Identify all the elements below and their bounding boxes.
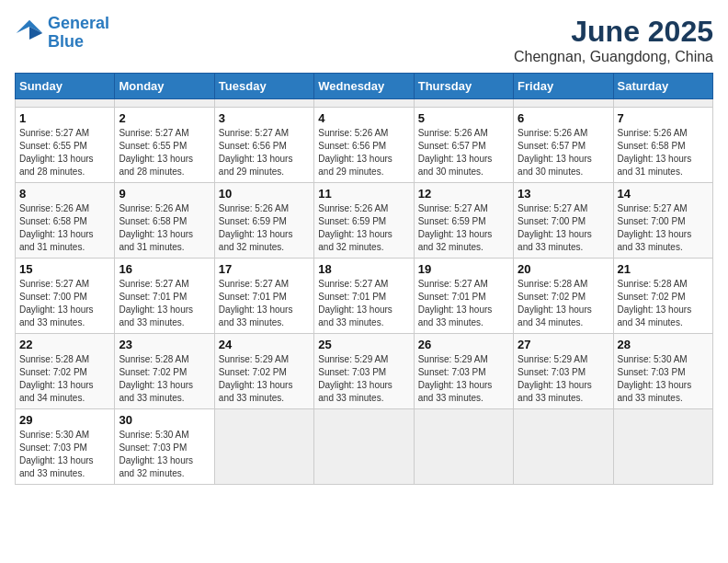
logo-text: General Blue	[48, 15, 109, 52]
day-num-label: 11	[318, 187, 409, 201]
day-info: Sunrise: 5:28 AM Sunset: 7:02 PM Dayligh…	[19, 353, 110, 405]
calendar-cell	[16, 99, 115, 108]
calendar-cell: 10Sunrise: 5:26 AM Sunset: 6:59 PM Dayli…	[214, 183, 313, 259]
day-info: Sunrise: 5:27 AM Sunset: 7:00 PM Dayligh…	[19, 278, 110, 329]
day-info: Sunrise: 5:27 AM Sunset: 6:55 PM Dayligh…	[19, 127, 110, 178]
day-num-label: 4	[318, 111, 409, 125]
day-info: Sunrise: 5:28 AM Sunset: 7:02 PM Dayligh…	[618, 278, 709, 329]
day-num-label: 5	[418, 111, 509, 125]
calendar-cell: 20Sunrise: 5:28 AM Sunset: 7:02 PM Dayli…	[514, 259, 613, 334]
day-num-label: 6	[518, 111, 609, 125]
day-info: Sunrise: 5:27 AM Sunset: 7:01 PM Dayligh…	[318, 278, 409, 329]
calendar-cell	[414, 99, 513, 108]
calendar-cell: 9Sunrise: 5:26 AM Sunset: 6:58 PM Daylig…	[115, 183, 214, 259]
calendar-cell: 2Sunrise: 5:27 AM Sunset: 6:55 PM Daylig…	[115, 108, 214, 183]
calendar-cell: 18Sunrise: 5:27 AM Sunset: 7:01 PM Dayli…	[314, 259, 414, 334]
header-cell-monday: Monday	[115, 74, 214, 99]
calendar-cell: 6Sunrise: 5:26 AM Sunset: 6:57 PM Daylig…	[514, 108, 613, 183]
calendar-cell	[214, 99, 313, 108]
calendar-cell	[214, 409, 313, 485]
calendar-cell: 5Sunrise: 5:26 AM Sunset: 6:57 PM Daylig…	[414, 108, 513, 183]
calendar-cell: 7Sunrise: 5:26 AM Sunset: 6:58 PM Daylig…	[613, 108, 712, 183]
day-info: Sunrise: 5:27 AM Sunset: 6:59 PM Dayligh…	[418, 202, 509, 254]
calendar-cell: 14Sunrise: 5:27 AM Sunset: 7:00 PM Dayli…	[613, 183, 712, 259]
calendar-week-row: 1Sunrise: 5:27 AM Sunset: 6:55 PM Daylig…	[16, 108, 713, 183]
calendar-cell: 4Sunrise: 5:26 AM Sunset: 6:56 PM Daylig…	[314, 108, 414, 183]
day-num-label: 18	[318, 262, 409, 276]
header-cell-saturday: Saturday	[613, 74, 712, 99]
day-info: Sunrise: 5:26 AM Sunset: 6:57 PM Dayligh…	[418, 127, 509, 178]
day-info: Sunrise: 5:27 AM Sunset: 7:01 PM Dayligh…	[119, 278, 210, 329]
day-info: Sunrise: 5:27 AM Sunset: 6:55 PM Dayligh…	[119, 127, 210, 178]
day-info: Sunrise: 5:26 AM Sunset: 6:56 PM Dayligh…	[318, 127, 409, 178]
location-title: Chengnan, Guangdong, China	[514, 49, 713, 65]
calendar-cell: 29Sunrise: 5:30 AM Sunset: 7:03 PM Dayli…	[16, 409, 115, 485]
calendar-cell	[613, 409, 712, 485]
day-num-label: 9	[119, 187, 210, 201]
calendar-cell	[514, 409, 613, 485]
day-info: Sunrise: 5:27 AM Sunset: 7:01 PM Dayligh…	[418, 278, 509, 329]
day-num-label: 29	[19, 413, 110, 427]
day-num-label: 22	[19, 338, 110, 351]
logo: General Blue	[15, 15, 109, 52]
header: General Blue June 2025 Chengnan, Guangdo…	[15, 15, 713, 65]
calendar-cell: 30Sunrise: 5:30 AM Sunset: 7:03 PM Dayli…	[115, 409, 214, 485]
calendar-cell	[414, 409, 513, 485]
calendar-cell: 22Sunrise: 5:28 AM Sunset: 7:02 PM Dayli…	[16, 334, 115, 409]
day-info: Sunrise: 5:26 AM Sunset: 6:58 PM Dayligh…	[19, 202, 110, 254]
day-info: Sunrise: 5:26 AM Sunset: 6:59 PM Dayligh…	[318, 202, 409, 254]
calendar-cell: 1Sunrise: 5:27 AM Sunset: 6:55 PM Daylig…	[16, 108, 115, 183]
calendar-cell: 24Sunrise: 5:29 AM Sunset: 7:02 PM Dayli…	[214, 334, 313, 409]
day-num-label: 17	[219, 262, 310, 276]
calendar-cell: 16Sunrise: 5:27 AM Sunset: 7:01 PM Dayli…	[115, 259, 214, 334]
calendar-cell: 25Sunrise: 5:29 AM Sunset: 7:03 PM Dayli…	[314, 334, 414, 409]
calendar-week-row: 29Sunrise: 5:30 AM Sunset: 7:03 PM Dayli…	[16, 409, 713, 485]
header-cell-friday: Friday	[514, 74, 613, 99]
calendar-week-row: 22Sunrise: 5:28 AM Sunset: 7:02 PM Dayli…	[16, 334, 713, 409]
day-info: Sunrise: 5:26 AM Sunset: 6:58 PM Dayligh…	[119, 202, 210, 254]
calendar-cell: 17Sunrise: 5:27 AM Sunset: 7:01 PM Dayli…	[214, 259, 313, 334]
day-info: Sunrise: 5:29 AM Sunset: 7:03 PM Dayligh…	[518, 353, 609, 405]
day-info: Sunrise: 5:30 AM Sunset: 7:03 PM Dayligh…	[618, 353, 709, 405]
day-num-label: 14	[618, 187, 709, 201]
day-num-label: 30	[119, 413, 210, 427]
calendar-cell	[314, 409, 414, 485]
day-num-label: 10	[219, 187, 310, 201]
header-cell-tuesday: Tuesday	[214, 74, 313, 99]
day-num-label: 12	[418, 187, 509, 201]
day-num-label: 1	[19, 111, 110, 125]
day-num-label: 28	[618, 338, 709, 351]
day-num-label: 20	[518, 262, 609, 276]
calendar-cell: 15Sunrise: 5:27 AM Sunset: 7:00 PM Dayli…	[16, 259, 115, 334]
day-info: Sunrise: 5:26 AM Sunset: 6:59 PM Dayligh…	[219, 202, 310, 254]
calendar-cell: 8Sunrise: 5:26 AM Sunset: 6:58 PM Daylig…	[16, 183, 115, 259]
day-num-label: 8	[19, 187, 110, 201]
day-num-label: 26	[418, 338, 509, 351]
day-info: Sunrise: 5:27 AM Sunset: 7:00 PM Dayligh…	[618, 202, 709, 254]
calendar-cell: 28Sunrise: 5:30 AM Sunset: 7:03 PM Dayli…	[613, 334, 712, 409]
calendar-cell	[613, 99, 712, 108]
calendar-cell: 21Sunrise: 5:28 AM Sunset: 7:02 PM Dayli…	[613, 259, 712, 334]
month-title: June 2025	[514, 15, 713, 49]
calendar-week-row: 15Sunrise: 5:27 AM Sunset: 7:00 PM Dayli…	[16, 259, 713, 334]
day-info: Sunrise: 5:29 AM Sunset: 7:02 PM Dayligh…	[219, 353, 310, 405]
calendar-week-row	[16, 99, 713, 108]
day-num-label: 15	[19, 262, 110, 276]
calendar-cell: 23Sunrise: 5:28 AM Sunset: 7:02 PM Dayli…	[115, 334, 214, 409]
calendar-cell	[514, 99, 613, 108]
day-info: Sunrise: 5:29 AM Sunset: 7:03 PM Dayligh…	[418, 353, 509, 405]
calendar-cell: 3Sunrise: 5:27 AM Sunset: 6:56 PM Daylig…	[214, 108, 313, 183]
calendar-cell: 27Sunrise: 5:29 AM Sunset: 7:03 PM Dayli…	[514, 334, 613, 409]
header-cell-wednesday: Wednesday	[314, 74, 414, 99]
day-num-label: 25	[318, 338, 409, 351]
day-info: Sunrise: 5:26 AM Sunset: 6:58 PM Dayligh…	[618, 127, 709, 178]
day-info: Sunrise: 5:26 AM Sunset: 6:57 PM Dayligh…	[518, 127, 609, 178]
day-info: Sunrise: 5:30 AM Sunset: 7:03 PM Dayligh…	[19, 429, 110, 480]
day-info: Sunrise: 5:27 AM Sunset: 7:01 PM Dayligh…	[219, 278, 310, 329]
day-num-label: 19	[418, 262, 509, 276]
header-cell-sunday: Sunday	[16, 74, 115, 99]
calendar-table: SundayMondayTuesdayWednesdayThursdayFrid…	[15, 73, 713, 485]
day-info: Sunrise: 5:27 AM Sunset: 6:56 PM Dayligh…	[219, 127, 310, 178]
day-info: Sunrise: 5:30 AM Sunset: 7:03 PM Dayligh…	[119, 429, 210, 480]
day-num-label: 21	[618, 262, 709, 276]
